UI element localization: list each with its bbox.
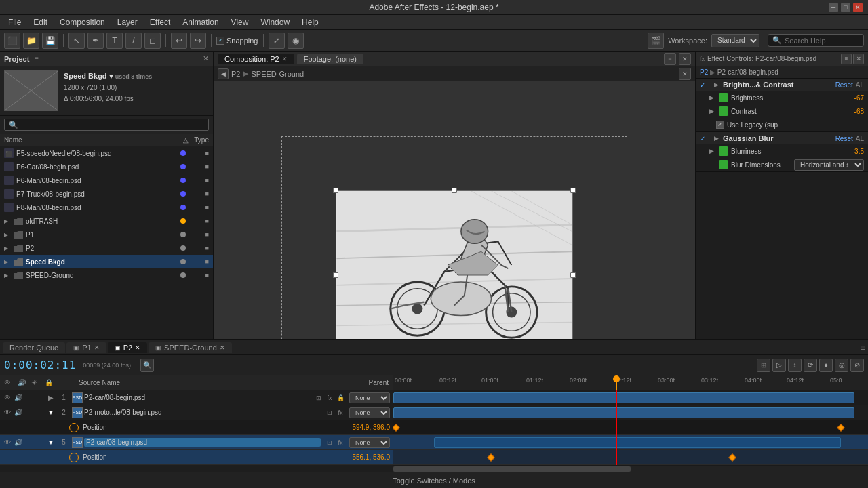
section-expand-icon[interactable]: ▶ (712, 81, 720, 89)
workspace-select[interactable]: Standard (711, 34, 760, 47)
comp-tab-p2[interactable]: Composition: P2 ✕ (218, 54, 294, 64)
stopwatch-icon[interactable] (69, 423, 79, 432)
gaussian-blur-header[interactable]: ✓ ▶ Gaussian Blur Reset AL (696, 132, 868, 144)
audio-toggle[interactable]: 🔊 (14, 439, 23, 446)
menu-file[interactable]: File (3, 16, 26, 28)
keyframe-diamond-3[interactable] (728, 453, 736, 461)
list-item[interactable]: ▶ P2 ■ (0, 241, 213, 255)
effect-breadcrumb-p2[interactable]: P2 (700, 68, 708, 76)
tl-mute-btn[interactable]: ⊘ (850, 359, 864, 372)
timeline-timecode[interactable]: 0:00:02:11 (4, 359, 76, 371)
layer-parent-select[interactable]: None (349, 407, 390, 418)
reset-button[interactable]: Reset (835, 81, 853, 89)
project-panel-close[interactable]: ✕ (203, 54, 209, 63)
layer-expand-btn[interactable]: ▼ (46, 439, 56, 446)
tl-loop-btn[interactable]: ⟳ (804, 359, 817, 372)
list-item[interactable]: ⬛ P5-speedoNeedle/08-begin.psd ■ (0, 146, 213, 160)
timeline-options-btn[interactable]: ≡ (861, 343, 865, 352)
brightness-contrast-header[interactable]: ✓ ▶ Brightn...& Contrast Reset AL (696, 79, 868, 91)
switch-effects[interactable]: fx (325, 394, 334, 401)
vis-toggle[interactable]: 👁 (3, 409, 12, 416)
expand-btn[interactable]: ⤢ (269, 33, 285, 49)
effect-controls-menu-btn[interactable]: ≡ (841, 54, 852, 64)
fx-enable-icon[interactable]: ✓ (700, 81, 709, 89)
comp-tab-footage[interactable]: Footage: (none) (297, 54, 363, 64)
section-expand-icon-2[interactable]: ▶ (712, 134, 720, 142)
pen-tool[interactable]: ✒ (87, 33, 104, 49)
list-item[interactable]: P6-Man/08-begin.psd ■ (0, 174, 213, 187)
list-item[interactable]: ▶ oldTRASH ■ (0, 214, 213, 228)
layer-parent-select[interactable]: None (349, 392, 390, 403)
p2-tab-close[interactable]: ✕ (135, 344, 140, 351)
fx-enable-icon-2[interactable]: ✓ (700, 135, 709, 142)
layer-expand-btn[interactable]: ▼ (46, 409, 56, 416)
keyframe-diamond-2[interactable] (487, 453, 494, 461)
menu-help[interactable]: Help (296, 16, 324, 28)
tab-speed-ground[interactable]: ▣ SPEED-Ground ✕ (149, 342, 232, 353)
tl-solo-btn[interactable]: ◎ (835, 359, 848, 372)
sort-icon[interactable]: △ (183, 136, 189, 144)
search-input[interactable] (785, 37, 859, 45)
list-item[interactable]: P8-Man/08-begin.psd ■ (0, 201, 213, 214)
brush-tool[interactable]: / (125, 33, 142, 49)
reset-button-2[interactable]: Reset (835, 135, 853, 142)
effect-controls-close-btn[interactable]: ✕ (853, 54, 864, 64)
handle-tm[interactable] (452, 188, 457, 193)
snapping-checkbox[interactable]: ✓ (216, 37, 224, 45)
close-button[interactable]: ✕ (853, 3, 863, 12)
comp-settings-btn[interactable]: ≡ (664, 53, 676, 65)
minimize-button[interactable]: ─ (829, 3, 838, 12)
redo-button[interactable]: ↪ (190, 33, 206, 49)
timeline-scrollbar[interactable] (393, 466, 868, 472)
switch-motion-blur[interactable]: ⊡ (325, 409, 334, 416)
menu-animation[interactable]: Animation (177, 16, 224, 28)
switch-motion-blur[interactable]: ⊡ (325, 439, 334, 446)
comp-close-btn[interactable]: ✕ (679, 53, 691, 65)
layer-row[interactable]: 👁 🔊 ▼ 5 PSD P2-car/08-begin.psd ⊡ fx Non… (0, 435, 393, 450)
switch-effects[interactable]: fx (336, 439, 345, 446)
viewer-options-btn[interactable]: ✕ (679, 68, 691, 80)
vis-toggle[interactable]: 👁 (3, 439, 12, 446)
type-tool[interactable]: T (106, 33, 123, 49)
list-item[interactable]: P7-Truck/08-begin.psd ■ (0, 187, 213, 201)
render-btn[interactable]: 🎬 (648, 33, 664, 49)
vis-toggle[interactable]: 👁 (3, 394, 12, 401)
tl-bookmark-btn[interactable]: ♦ (819, 359, 833, 372)
list-item[interactable]: ▶ SPEED-Ground ■ (0, 268, 213, 282)
breadcrumb-speed-ground[interactable]: SPEED-Ground (251, 70, 304, 78)
toggle-switches-btn[interactable]: Toggle Switches / Modes (393, 476, 475, 485)
switch-motion-blur[interactable]: ⊡ (314, 394, 323, 401)
open-button[interactable]: 📁 (23, 33, 39, 49)
switch-lock[interactable]: 🔒 (336, 394, 345, 401)
tl-search-btn[interactable]: 🔍 (140, 359, 154, 372)
project-panel-menu-icon[interactable]: ≡ (35, 55, 39, 62)
blur-dimensions-select[interactable]: Horizontal and ↕ Horizontal Vertical (794, 159, 864, 171)
breadcrumb-p2[interactable]: P2 (231, 70, 240, 78)
switch-effects[interactable]: fx (336, 409, 345, 416)
breadcrumb-back-btn[interactable]: ◀ (218, 68, 229, 79)
layer-parent-select[interactable]: None (349, 437, 390, 448)
handle-mr[interactable] (570, 272, 576, 278)
handle-tr[interactable] (570, 188, 576, 193)
project-search-input[interactable] (4, 119, 209, 131)
menu-view[interactable]: View (226, 16, 254, 28)
menu-edit[interactable]: Edit (28, 16, 53, 28)
blurriness-value[interactable]: 3.5 (844, 148, 864, 155)
keyframe-diamond[interactable] (393, 424, 400, 431)
comp-btn[interactable]: ◉ (288, 33, 304, 49)
audio-toggle[interactable]: 🔊 (14, 409, 23, 416)
layer-row[interactable]: 👁 🔊 ▼ 2 PSD P2-moto...le/08-begin.psd ⊡ … (0, 405, 393, 420)
menu-effect[interactable]: Effect (144, 16, 176, 28)
brightness-value[interactable]: -67 (844, 94, 864, 102)
handle-ml[interactable] (333, 272, 338, 278)
list-item[interactable]: ▶ Speed Bkgd ■ (0, 255, 213, 268)
tl-layer-settings-btn[interactable]: ⊞ (757, 359, 770, 372)
tab-p1[interactable]: ▣ P1 ✕ (66, 342, 106, 353)
maximize-button[interactable]: □ (841, 3, 850, 12)
layer-row[interactable]: 👁 🔊 ▶ 1 PSD P2-car/08-begin.psd ⊡ fx 🔒 N… (0, 390, 393, 405)
sg-tab-close[interactable]: ✕ (220, 344, 225, 351)
keyframe-diamond[interactable] (837, 424, 844, 431)
stopwatch-icon-2[interactable] (69, 453, 79, 462)
audio-toggle[interactable]: 🔊 (14, 394, 23, 401)
comp-tab-close[interactable]: ✕ (282, 56, 288, 62)
